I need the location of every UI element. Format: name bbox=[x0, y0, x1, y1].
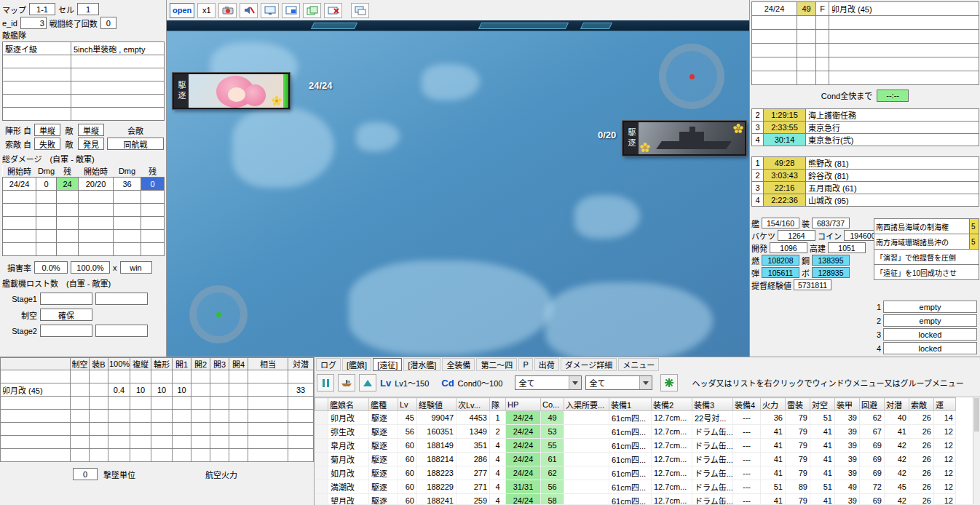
ship-row[interactable]: 望月改駆逐60188241259424/245861cm四...12.7cm..… bbox=[315, 494, 956, 505]
aircraft-empty-cell bbox=[210, 410, 229, 423]
fleet-member-row[interactable] bbox=[752, 71, 979, 85]
list-tab[interactable]: [潜水艦] bbox=[403, 358, 440, 371]
list-tab[interactable]: 全装備 bbox=[442, 358, 475, 371]
aircraft-empty-cell bbox=[130, 370, 151, 383]
ship-type-filter-dropdown[interactable]: 全て bbox=[515, 375, 582, 390]
quest-item[interactable]: 「演習」で他提督を圧倒 bbox=[874, 249, 979, 265]
quest-item[interactable]: 「遠征」を10回成功させ bbox=[874, 264, 979, 280]
ship-col-header[interactable]: HP bbox=[506, 398, 541, 411]
quest-item[interactable]: 南方海域珊瑚諸島沖の5 bbox=[874, 234, 979, 250]
fleet-member-row[interactable] bbox=[752, 44, 979, 57]
scroll-top-button[interactable] bbox=[359, 374, 376, 391]
aircraft-col-header: 開1 bbox=[173, 358, 191, 370]
ship-col-header[interactable]: 索敵 bbox=[909, 398, 934, 411]
list-tab[interactable]: [艦娘] bbox=[342, 358, 371, 371]
member-name: 卯月改 (45) bbox=[829, 2, 979, 16]
ship-col-header[interactable]: 対空 bbox=[810, 398, 835, 411]
ship-col-header[interactable]: 対潜 bbox=[885, 398, 909, 411]
game-map[interactable]: 駆逐 24/24 駆逐 0/ bbox=[167, 20, 749, 357]
aircraft-empty-cell bbox=[71, 423, 90, 436]
camera-icon bbox=[222, 6, 234, 15]
ship-col-header[interactable]: 経験値 bbox=[417, 398, 457, 411]
ship-col-header[interactable]: 装甲 bbox=[835, 398, 860, 411]
aircraft-col-header: 開3 bbox=[210, 358, 229, 370]
ship-col-header[interactable]: Co... bbox=[541, 398, 564, 411]
damage-table: 開始時Dmg残開始時Dmg残 24/2402420/20360 bbox=[2, 165, 165, 256]
expedition-timer: 2:33:55 bbox=[764, 122, 806, 134]
mute-button[interactable] bbox=[240, 3, 258, 18]
window-close-button[interactable] bbox=[324, 3, 342, 18]
ship-col-header[interactable]: 装備3 bbox=[692, 398, 733, 411]
fleet-member-row[interactable] bbox=[752, 16, 979, 30]
ship-repair-time bbox=[564, 425, 609, 439]
fleet-member-row[interactable]: 24/2449F卯月改 (45) bbox=[752, 2, 979, 16]
quest-item[interactable]: 南西諸島海域の制海権5 bbox=[874, 218, 979, 234]
pause-button[interactable] bbox=[317, 374, 334, 391]
list-tab[interactable]: ダメージ詳細 bbox=[561, 358, 617, 371]
ship-col-header[interactable]: 入渠所要... bbox=[564, 398, 609, 411]
display-button[interactable] bbox=[261, 3, 279, 18]
ship-row[interactable]: 卯月改駆逐45990474453124/244961cm四...12.7cm..… bbox=[315, 411, 956, 425]
vertical-scrollbar[interactable] bbox=[973, 397, 980, 504]
ship-row[interactable]: 菊月改駆逐60188214286424/246161cm四...12.7cm..… bbox=[315, 453, 956, 466]
scrollbar-thumb[interactable] bbox=[974, 398, 979, 432]
ship-col-header[interactable]: 雷装 bbox=[786, 398, 810, 411]
ship-col-header[interactable]: 回避 bbox=[860, 398, 885, 411]
cond-filter-range[interactable]: Cond0〜100 bbox=[458, 377, 503, 389]
ship-hp: 24/24 bbox=[506, 466, 541, 480]
list-tab[interactable]: メニュー bbox=[618, 358, 659, 371]
ship-col-header[interactable]: 運 bbox=[934, 398, 956, 411]
enemy-node-dot bbox=[689, 74, 695, 79]
aircraft-value: 10 bbox=[151, 383, 173, 397]
ship-col-header[interactable]: 隊 bbox=[490, 398, 506, 411]
member-name bbox=[829, 71, 979, 85]
ship-col-header[interactable]: 火力 bbox=[761, 398, 786, 411]
map-landmass bbox=[422, 64, 480, 100]
dock-ship-name: 鈴谷改 (81) bbox=[806, 170, 979, 182]
enemy-ship-equip bbox=[71, 68, 165, 81]
window-clone-button[interactable] bbox=[351, 3, 369, 18]
ship-aa: 41 bbox=[810, 466, 835, 480]
sparkle-filter-button[interactable] bbox=[660, 374, 678, 391]
screenshot-button[interactable] bbox=[218, 3, 237, 18]
window-layout-button[interactable] bbox=[303, 3, 321, 18]
list-tab[interactable]: P bbox=[518, 358, 532, 371]
enemy-rest bbox=[141, 217, 165, 230]
ship-col-header[interactable]: 装備4 bbox=[733, 398, 761, 411]
ship-col-header[interactable]: 艦種 bbox=[369, 398, 398, 411]
resource-value: 1051 bbox=[828, 242, 866, 253]
ship-col-header[interactable]: 艦娘名 bbox=[328, 398, 369, 411]
member-name bbox=[829, 30, 979, 44]
list-tab[interactable]: 出荷 bbox=[534, 358, 559, 371]
enemy-ship-name bbox=[3, 68, 71, 81]
ship-col-header[interactable]: 装備1 bbox=[609, 398, 652, 411]
ship-armor: 39 bbox=[835, 425, 860, 439]
ship-row[interactable]: 如月改駆逐60188223277424/246261cm四...12.7cm..… bbox=[315, 466, 956, 480]
enemy-dmg bbox=[114, 191, 141, 204]
search-label: 索敵 自 bbox=[2, 138, 31, 150]
lv-filter-range[interactable]: Lv1〜150 bbox=[395, 377, 429, 389]
ship-aa: 41 bbox=[810, 453, 835, 466]
list-tab[interactable]: 第二〜四 bbox=[476, 358, 517, 371]
group-filter-dropdown[interactable]: 全て bbox=[585, 375, 652, 390]
ship-row[interactable]: 満潮改駆逐60188229271431/315661cm四...12.7cm..… bbox=[315, 480, 956, 494]
list-tab[interactable]: [遠征] bbox=[373, 358, 402, 371]
pip-window-button[interactable] bbox=[282, 3, 300, 18]
ship-col-header[interactable]: 装備2 bbox=[652, 398, 692, 411]
quest-title: 「演習」で他提督を圧倒 bbox=[874, 252, 979, 263]
fleet-member-row[interactable] bbox=[752, 30, 979, 44]
ship-row[interactable]: 弥生改駆逐561603511349224/245361cm四...12.7cm.… bbox=[315, 425, 956, 439]
zoom-scale-button[interactable]: x1 bbox=[197, 3, 216, 18]
open-button[interactable]: open bbox=[170, 3, 194, 18]
band-decoration bbox=[311, 23, 357, 29]
ship-col-header[interactable]: Lv bbox=[398, 398, 417, 411]
aircraft-empty-cell bbox=[210, 423, 229, 436]
aircraft-row bbox=[1, 436, 314, 449]
fleet-member-row[interactable] bbox=[752, 57, 979, 71]
list-tab[interactable]: ログ bbox=[316, 358, 341, 371]
own-dmg bbox=[36, 230, 57, 243]
ship-view-button[interactable] bbox=[338, 374, 355, 391]
ship-row[interactable]: 皐月改駆逐60188149351424/245561cm四...12.7cm..… bbox=[315, 439, 956, 453]
ship-col-header[interactable]: 次Lv... bbox=[457, 398, 490, 411]
ship-equip1: 61cm四... bbox=[609, 439, 652, 453]
